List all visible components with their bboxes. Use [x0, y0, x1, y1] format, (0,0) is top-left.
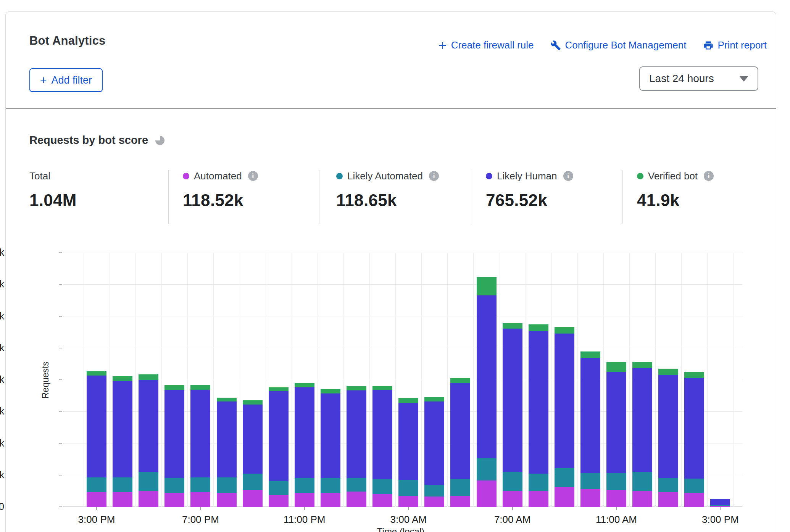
y-axis-title: Requests	[40, 361, 51, 398]
segment-likely-automated	[113, 477, 132, 492]
bar-9-00-pm[interactable]	[243, 400, 263, 507]
bar-2-00-am[interactable]	[372, 386, 392, 507]
bar-12-00-am[interactable]	[321, 389, 340, 507]
segment-verified-bot	[580, 351, 600, 358]
bar-3-00-pm[interactable]	[87, 371, 106, 507]
info-icon[interactable]: i	[563, 171, 573, 181]
stat-likely-automated-label: Likely Automated	[347, 170, 423, 182]
stat-divider	[622, 170, 623, 224]
segment-likely-human	[190, 390, 210, 477]
segment-verified-bot	[347, 386, 366, 390]
add-filter-button[interactable]: + Add filter	[29, 68, 103, 92]
segment-verified-bot	[372, 386, 392, 390]
x-tick-label: 11:00 PM	[284, 514, 325, 526]
bar-1-00-pm[interactable]	[658, 369, 678, 507]
segment-likely-human	[164, 390, 184, 478]
segment-verified-bot	[710, 499, 730, 499]
bar-7-00-pm[interactable]	[190, 385, 210, 507]
bar-9-00-am[interactable]	[555, 327, 574, 507]
configure-bot-management-link[interactable]: Configure Bot Management	[550, 39, 686, 51]
bar-5-00-am[interactable]	[450, 378, 470, 507]
info-icon[interactable]: i	[704, 171, 714, 181]
y-tick-mark	[59, 443, 62, 444]
bar-6-00-am[interactable]	[477, 277, 497, 507]
time-range-dropdown[interactable]: Last 24 hours	[639, 66, 758, 91]
bar-3-00-pm[interactable]	[710, 499, 730, 507]
segment-likely-automated	[190, 477, 210, 492]
bar-10-00-am[interactable]	[580, 351, 600, 507]
stat-likely-automated-value: 118.65k	[336, 191, 439, 210]
plus-icon: +	[40, 74, 47, 86]
segment-likely-automated	[477, 458, 497, 480]
bar-10-00-pm[interactable]	[269, 387, 289, 507]
segment-automated	[164, 493, 184, 507]
segment-verified-bot	[269, 387, 289, 391]
segment-likely-human	[529, 331, 548, 474]
bar-11-00-am[interactable]	[606, 362, 626, 507]
segment-likely-automated	[684, 479, 704, 493]
x-gridline	[292, 253, 292, 507]
x-gridline	[603, 253, 604, 507]
segment-automated	[503, 491, 522, 507]
y-tick-label: 80k	[0, 247, 4, 258]
segment-likely-automated	[632, 472, 652, 490]
x-gridline	[369, 253, 370, 507]
likely-automated-legend-dot	[336, 173, 343, 179]
segment-likely-human	[477, 295, 497, 458]
bar-7-00-am[interactable]	[503, 323, 522, 507]
bar-1-00-am[interactable]	[347, 386, 366, 507]
page-title: Bot Analytics	[29, 34, 106, 48]
segment-verified-bot	[658, 369, 678, 375]
segment-likely-automated	[372, 479, 392, 494]
x-gridline	[135, 253, 136, 507]
header-actions: Create firewall rule Configure Bot Manag…	[438, 39, 767, 51]
stat-total-label: Total	[29, 170, 50, 182]
x-tick-mark	[304, 507, 305, 510]
segment-likely-automated	[710, 505, 730, 506]
segment-verified-bot	[164, 385, 184, 390]
configure-bot-management-label: Configure Bot Management	[565, 39, 686, 51]
bar-8-00-pm[interactable]	[217, 398, 237, 507]
bar-4-00-pm[interactable]	[113, 376, 132, 507]
stat-likely-human-label: Likely Human	[497, 170, 557, 182]
segment-likely-automated	[217, 477, 237, 493]
bar-5-00-pm[interactable]	[139, 374, 158, 507]
bar-4-00-am[interactable]	[424, 397, 444, 507]
create-firewall-rule-link[interactable]: Create firewall rule	[438, 39, 534, 51]
section-title-text: Requests by bot score	[29, 134, 148, 147]
y-tick-label: 0	[0, 501, 4, 512]
y-tick-mark	[59, 379, 62, 380]
y-tick-mark	[59, 252, 62, 253]
stat-total: Total 1.04M	[29, 169, 77, 210]
x-gridline	[707, 253, 708, 507]
bar-12-00-pm[interactable]	[632, 362, 652, 507]
segment-automated	[269, 495, 289, 507]
segment-likely-automated	[658, 478, 678, 492]
segment-automated	[632, 491, 652, 507]
segment-automated	[658, 492, 678, 507]
segment-likely-human	[398, 403, 418, 480]
segment-verified-bot	[139, 374, 158, 380]
info-icon[interactable]: i	[248, 171, 258, 181]
segment-likely-human	[113, 381, 132, 477]
info-icon[interactable]: i	[429, 171, 439, 181]
bar-3-00-am[interactable]	[398, 398, 418, 507]
stacked-bar-chart: 010k20k30k40k50k60k70k80k3:00 PM7:00 PM1…	[63, 253, 742, 507]
bar-8-00-am[interactable]	[529, 324, 548, 507]
bar-6-00-pm[interactable]	[164, 385, 184, 507]
stat-likely-automated: Likely Automated i 118.65k	[336, 169, 439, 210]
print-report-link[interactable]: Print report	[703, 39, 767, 51]
x-tick-mark	[616, 507, 617, 510]
bar-2-00-pm[interactable]	[684, 372, 704, 507]
bar-11-00-pm[interactable]	[295, 383, 314, 507]
segment-likely-human	[684, 378, 704, 479]
segment-verified-bot	[606, 362, 626, 372]
stat-verified-bot-value: 41.9k	[637, 191, 714, 210]
segment-verified-bot	[113, 376, 132, 381]
segment-automated	[87, 492, 106, 507]
x-gridline	[421, 253, 422, 507]
y-tick-mark	[59, 284, 62, 285]
segment-automated	[217, 493, 237, 507]
segment-likely-human	[450, 383, 470, 479]
segment-verified-bot	[217, 398, 237, 401]
